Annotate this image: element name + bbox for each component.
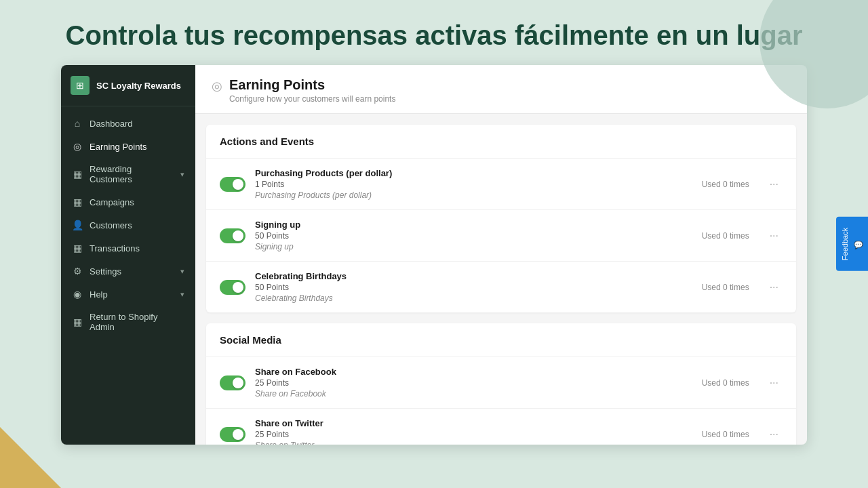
- event-usage: Used 0 times: [702, 231, 749, 241]
- chevron-down-icon: ▾: [180, 290, 184, 299]
- toggle-share-facebook[interactable]: [220, 375, 245, 390]
- page-headline: Controla tus recompensas activas fácilme…: [14, 19, 854, 52]
- sidebar-item-customers[interactable]: 👤 Customers: [61, 214, 195, 237]
- event-menu-button[interactable]: ···: [766, 279, 783, 296]
- toggle-share-twitter[interactable]: [220, 427, 245, 442]
- event-points: 50 Points: [255, 231, 692, 241]
- sidebar-item-label: Earning Points: [90, 142, 184, 152]
- sidebar-item-label: Dashboard: [90, 119, 184, 129]
- return-icon: ▦: [72, 317, 83, 327]
- sidebar-brand[interactable]: ⊞ SC Loyalty Rewards: [61, 65, 195, 106]
- feedback-icon: 💬: [854, 240, 863, 249]
- event-name: Share on Facebook: [255, 367, 692, 377]
- event-usage: Used 0 times: [702, 180, 749, 189]
- event-usage: Used 0 times: [702, 283, 749, 292]
- event-points: 25 Points: [255, 378, 692, 388]
- main-content: ◎ Earning Points Configure how your cust…: [195, 65, 807, 445]
- event-info: Signing up 50 Points Signing up: [255, 220, 692, 251]
- rewarding-customers-icon: ▦: [72, 169, 83, 180]
- earning-points-icon: ◎: [72, 141, 83, 152]
- event-row: Share on Facebook 25 Points Share on Fac…: [206, 357, 796, 409]
- feedback-button[interactable]: 💬 Feedback: [836, 217, 868, 271]
- chevron-down-icon: ▾: [180, 267, 184, 276]
- sidebar-item-label: Rewarding Customers: [90, 164, 174, 184]
- section-header: Social Media: [206, 323, 796, 357]
- brand-icon: ⊞: [71, 76, 90, 95]
- event-points: 25 Points: [255, 430, 692, 439]
- event-info: Celebrating Birthdays 50 Points Celebrat…: [255, 271, 692, 303]
- event-row: Signing up 50 Points Signing up Used 0 t…: [206, 210, 796, 262]
- event-name: Celebrating Birthdays: [255, 271, 692, 281]
- toggle-celebrating-birthdays[interactable]: [220, 280, 245, 295]
- event-info: Share on Facebook 25 Points Share on Fac…: [255, 367, 692, 399]
- event-menu-button[interactable]: ···: [766, 227, 783, 245]
- sidebar-item-label: Customers: [90, 220, 184, 230]
- toggle-signing-up[interactable]: [220, 228, 245, 243]
- sidebar-nav: ⌂ Dashboard ◎ Earning Points ▦ Rewarding…: [61, 106, 195, 445]
- event-sub: Share on Facebook: [255, 389, 692, 399]
- event-menu-button[interactable]: ···: [766, 176, 783, 193]
- content-body: Actions and Events Purchasing Products (…: [195, 114, 807, 445]
- dashboard-icon: ⌂: [72, 118, 83, 129]
- section-actions-events: Actions and Events Purchasing Products (…: [206, 125, 796, 312]
- event-name: Purchasing Products (per dollar): [255, 168, 692, 178]
- sidebar-item-label: Campaigns: [90, 197, 184, 207]
- section-icon: ◎: [212, 79, 222, 94]
- campaigns-icon: ▦: [72, 197, 83, 207]
- transactions-icon: ▦: [72, 243, 83, 253]
- sidebar-item-transactions[interactable]: ▦ Transactions: [61, 237, 195, 260]
- sidebar-item-dashboard[interactable]: ⌂ Dashboard: [61, 112, 195, 135]
- event-usage: Used 0 times: [702, 430, 749, 439]
- page-header: Controla tus recompensas activas fácilme…: [0, 0, 868, 65]
- event-points: 1 Points: [255, 180, 692, 189]
- event-row: Celebrating Birthdays 50 Points Celebrat…: [206, 262, 796, 312]
- sidebar-item-return-shopify[interactable]: ▦ Return to Shopify Admin: [61, 306, 195, 338]
- sidebar-item-label: Transactions: [90, 243, 184, 253]
- sidebar-item-settings[interactable]: ⚙ Settings ▾: [61, 260, 195, 283]
- chevron-down-icon: ▾: [180, 170, 184, 179]
- event-usage: Used 0 times: [702, 378, 749, 388]
- event-name: Signing up: [255, 220, 692, 230]
- content-header: ◎ Earning Points Configure how your cust…: [195, 65, 807, 114]
- sidebar-item-earning-points[interactable]: ◎ Earning Points: [61, 135, 195, 158]
- content-title: Earning Points: [229, 77, 395, 93]
- event-sub: Celebrating Birthdays: [255, 293, 692, 303]
- event-sub: Share on Twitter: [255, 441, 692, 445]
- section-social-media: Social Media Share on Facebook 25 Points…: [206, 323, 796, 445]
- help-icon: ◉: [72, 289, 83, 300]
- event-name: Share on Twitter: [255, 418, 692, 428]
- sidebar: ⊞ SC Loyalty Rewards ⌂ Dashboard ◎ Earni…: [61, 65, 195, 445]
- event-menu-button[interactable]: ···: [766, 374, 783, 392]
- main-layout: ⊞ SC Loyalty Rewards ⌂ Dashboard ◎ Earni…: [61, 65, 807, 445]
- brand-label: SC Loyalty Rewards: [96, 81, 181, 91]
- feedback-label: Feedback: [841, 228, 849, 260]
- event-info: Share on Twitter 25 Points Share on Twit…: [255, 418, 692, 445]
- sidebar-item-label: Help: [90, 289, 174, 300]
- sidebar-item-label: Return to Shopify Admin: [90, 312, 184, 332]
- customers-icon: 👤: [72, 220, 83, 230]
- event-points: 50 Points: [255, 283, 692, 292]
- sidebar-item-campaigns[interactable]: ▦ Campaigns: [61, 190, 195, 214]
- content-header-info: Earning Points Configure how your custom…: [229, 77, 395, 104]
- content-subtitle: Configure how your customers will earn p…: [229, 94, 395, 104]
- sidebar-item-help[interactable]: ◉ Help ▾: [61, 283, 195, 306]
- event-menu-button[interactable]: ···: [766, 426, 783, 443]
- event-sub: Purchasing Products (per dollar): [255, 190, 692, 200]
- bg-decoration-triangle: [0, 427, 61, 488]
- event-sub: Signing up: [255, 242, 692, 251]
- section-header: Actions and Events: [206, 125, 796, 159]
- settings-icon: ⚙: [72, 266, 83, 277]
- sidebar-item-label: Settings: [90, 266, 174, 277]
- event-row: Share on Twitter 25 Points Share on Twit…: [206, 409, 796, 445]
- event-row: Purchasing Products (per dollar) 1 Point…: [206, 159, 796, 210]
- event-info: Purchasing Products (per dollar) 1 Point…: [255, 168, 692, 200]
- toggle-purchasing-products[interactable]: [220, 177, 245, 192]
- sidebar-item-rewarding-customers[interactable]: ▦ Rewarding Customers ▾: [61, 158, 195, 190]
